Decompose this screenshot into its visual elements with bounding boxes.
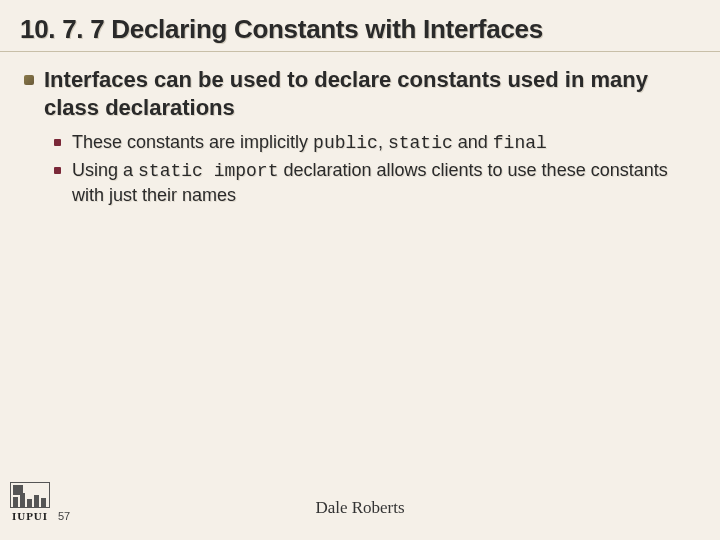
- text-fragment: These constants are implicitly: [72, 132, 313, 152]
- bullet-level-2: Using a static import declaration allows…: [72, 159, 700, 207]
- text-fragment: and: [453, 132, 493, 152]
- slide-title: 10. 7. 7 Declaring Constants with Interf…: [20, 14, 700, 45]
- sub-bullet-list: These constants are implicitly public, s…: [44, 131, 700, 207]
- text-fragment: ,: [378, 132, 388, 152]
- code-fragment: static import: [138, 161, 278, 181]
- bullet-level-1: Interfaces can be used to declare consta…: [44, 66, 700, 121]
- text-fragment: Using a: [72, 160, 138, 180]
- code-fragment: final: [493, 133, 547, 153]
- content-area: Interfaces can be used to declare consta…: [0, 52, 720, 207]
- bullet-level-2: These constants are implicitly public, s…: [72, 131, 700, 155]
- code-fragment: static: [388, 133, 453, 153]
- author-name: Dale Roberts: [0, 498, 720, 518]
- footer: IUPUI 57 Dale Roberts: [0, 480, 720, 530]
- title-area: 10. 7. 7 Declaring Constants with Interf…: [0, 0, 720, 52]
- code-fragment: public: [313, 133, 378, 153]
- slide: 10. 7. 7 Declaring Constants with Interf…: [0, 0, 720, 540]
